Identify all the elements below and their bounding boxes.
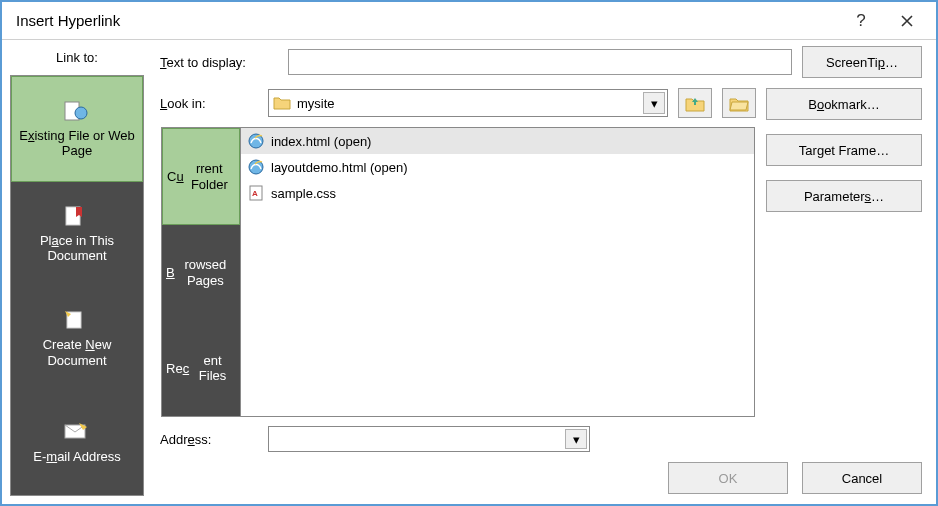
window-title: Insert Hyperlink xyxy=(16,12,838,29)
folder-up-icon xyxy=(685,94,705,112)
footer-buttons: OK Cancel xyxy=(160,462,922,494)
file-icon xyxy=(247,158,265,176)
target-frame-button[interactable]: Target Frame… xyxy=(766,134,922,166)
file-icon xyxy=(247,132,265,150)
address-label: Address: xyxy=(160,432,258,447)
close-icon xyxy=(900,14,914,28)
svg-point-1 xyxy=(75,107,87,119)
up-one-level-button[interactable] xyxy=(678,88,712,118)
chevron-down-icon: ▾ xyxy=(643,92,665,114)
file-list[interactable]: index.html (open)layoutdemo.html (open)A… xyxy=(241,127,755,417)
folder-icon xyxy=(273,95,291,111)
link-to-item-2[interactable]: Create New Document xyxy=(11,287,143,391)
link-to-icon xyxy=(63,309,91,333)
titlebar: Insert Hyperlink ? xyxy=(2,2,936,40)
file-name: layoutdemo.html (open) xyxy=(271,160,408,175)
browse-tab-2[interactable]: Recent Files xyxy=(162,321,240,416)
link-to-item-label: E-mail Address xyxy=(33,449,120,465)
text-to-display-label: Text to display: xyxy=(160,55,278,70)
screentip-button[interactable]: ScreenTip… xyxy=(802,46,922,78)
link-to-item-0[interactable]: Existing File or Web Page xyxy=(11,76,143,182)
link-to-icon xyxy=(63,421,91,445)
cancel-button[interactable]: Cancel xyxy=(802,462,922,494)
look-in-dropdown[interactable]: mysite ▾ xyxy=(268,89,668,117)
svg-text:A: A xyxy=(252,189,258,198)
link-to-item-label: Existing File or Web Page xyxy=(16,128,138,159)
close-button[interactable] xyxy=(884,5,930,37)
text-to-display-input[interactable] xyxy=(288,49,792,75)
ok-button[interactable]: OK xyxy=(668,462,788,494)
file-item[interactable]: index.html (open) xyxy=(241,128,754,154)
look-in-row: Look in: mysite ▾ xyxy=(160,88,756,118)
file-item[interactable]: Asample.css xyxy=(241,180,754,206)
file-name: index.html (open) xyxy=(271,134,371,149)
file-icon: A xyxy=(247,184,265,202)
folder-open-icon xyxy=(729,94,749,112)
side-buttons: Bookmark… Target Frame… Parameters… xyxy=(766,88,922,452)
link-to-item-label: Create New Document xyxy=(15,337,139,368)
browse-tabs: Current FolderBrowsed PagesRecent Files xyxy=(161,127,241,417)
link-to-item-3[interactable]: E-mail Address xyxy=(11,391,143,495)
address-combobox[interactable]: ▾ xyxy=(268,426,590,452)
bookmark-button[interactable]: Bookmark… xyxy=(766,88,922,120)
link-to-label: Link to: xyxy=(56,46,98,75)
look-in-value: mysite xyxy=(297,96,335,111)
link-to-icon xyxy=(63,100,91,124)
link-to-item-label: Place in This Document xyxy=(15,233,139,264)
chevron-down-icon: ▾ xyxy=(565,429,587,449)
parameters-button[interactable]: Parameters… xyxy=(766,180,922,212)
browse-tab-1[interactable]: Browsed Pages xyxy=(162,225,240,320)
file-name: sample.css xyxy=(271,186,336,201)
link-to-icon xyxy=(63,205,91,229)
link-to-panel: Existing File or Web PagePlace in This D… xyxy=(10,75,144,496)
link-to-column: Link to: Existing File or Web PagePlace … xyxy=(2,40,152,504)
address-row: Address: ▾ xyxy=(160,426,756,452)
main-area: Text to display: ScreenTip… Look in: mys… xyxy=(152,40,936,504)
help-button[interactable]: ? xyxy=(838,5,884,37)
browse-tab-0[interactable]: Current Folder xyxy=(162,128,240,225)
browse-button[interactable] xyxy=(722,88,756,118)
look-in-label: Look in: xyxy=(160,96,258,111)
link-to-item-1[interactable]: Place in This Document xyxy=(11,182,143,286)
file-item[interactable]: layoutdemo.html (open) xyxy=(241,154,754,180)
text-to-display-row: Text to display: ScreenTip… xyxy=(160,46,922,78)
